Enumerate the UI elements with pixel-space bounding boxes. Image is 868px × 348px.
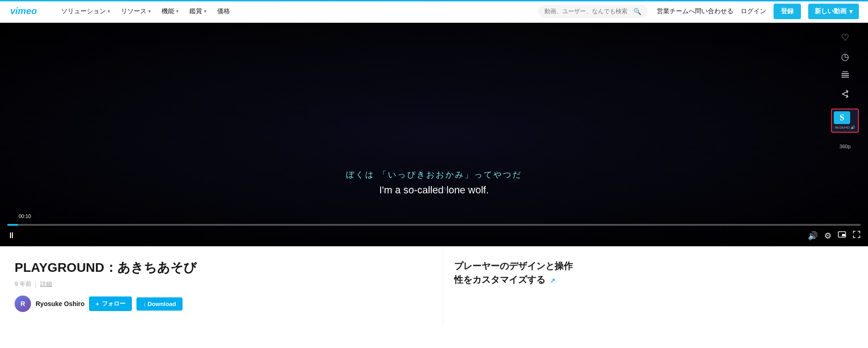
pause-button[interactable]: ⏸ <box>7 231 16 240</box>
subtitle-english: I'm a so-called lone wolf. <box>0 184 868 196</box>
chevron-down-icon: ▾ <box>849 8 852 15</box>
meta-separator: | <box>35 281 37 288</box>
follow-button[interactable]: + フォロー <box>89 296 132 311</box>
quality-360p-label: 360p <box>839 144 850 149</box>
follow-plus-icon: + <box>95 301 99 307</box>
video-age: 9 年前 <box>15 280 31 288</box>
register-button[interactable]: 登録 <box>774 4 801 19</box>
video-controls: 00:10 ⏸ 🔊 ⚙ <box>0 218 868 246</box>
quality-icon: S <box>834 111 850 124</box>
vimeo-logo[interactable]: vimeo <box>9 5 46 18</box>
svg-rect-1 <box>842 73 849 74</box>
progress-bar[interactable]: 00:10 <box>7 224 861 226</box>
progress-fill <box>7 224 18 226</box>
video-background <box>0 23 868 246</box>
like-icon[interactable]: ♡ <box>841 32 849 43</box>
video-title: PLAYGROUND：あきちあそび <box>15 259 428 276</box>
video-detail-link[interactable]: 詳細 <box>40 280 52 288</box>
share-icon[interactable] <box>841 90 849 100</box>
pip-button[interactable] <box>838 230 846 241</box>
nav-solutions[interactable]: ソリューション ▾ <box>57 5 115 18</box>
svg-rect-3 <box>842 77 849 78</box>
nav-watch[interactable]: 鑑賞 ▾ <box>185 5 211 18</box>
nav-features[interactable]: 機能 ▾ <box>157 5 183 18</box>
right-panel: プレーヤーのデザインと操作性をカスタマイズする ↗ <box>443 246 589 325</box>
video-info: PLAYGROUND：あきちあそび 9 年前 | 詳細 R Ryosuke Os… <box>0 246 443 325</box>
search-icon: 🔍 <box>633 8 641 15</box>
chevron-down-icon: ▾ <box>204 9 206 14</box>
below-video: PLAYGROUND：あきちあそび 9 年前 | 詳細 R Ryosuke Os… <box>0 246 868 325</box>
nav-resources[interactable]: リソース ▾ <box>116 5 155 18</box>
header: vimeo ソリューション ▾ リソース ▾ 機能 ▾ 鑑賞 ▾ 価格 🔍 営業… <box>0 0 868 23</box>
time-bubble: 00:10 <box>16 212 34 220</box>
chevron-down-icon: ▾ <box>108 9 110 14</box>
nav-pricing[interactable]: 価格 <box>213 5 235 18</box>
external-link-icon[interactable]: ↗ <box>550 277 555 284</box>
side-actions: ♡ ◷ S 4k/2k/HD 🔊 360p <box>831 32 859 149</box>
download-arrow-icon: ↓ <box>143 301 146 307</box>
header-actions: 営業チームへ問い合わせる ログイン 登録 新しい動画 ▾ <box>657 4 859 19</box>
search-container: 🔍 <box>538 5 648 18</box>
chevron-down-icon: ▾ <box>148 9 151 14</box>
contact-link[interactable]: 営業チームへ問い合わせる <box>657 7 733 16</box>
fullscreen-button[interactable] <box>852 230 861 241</box>
quality-selector[interactable]: S 4k/2k/HD 🔊 <box>831 109 859 133</box>
volume-button[interactable]: 🔊 <box>808 231 818 241</box>
svg-rect-2 <box>842 75 849 76</box>
new-video-button[interactable]: 新しい動画 ▾ <box>808 4 859 19</box>
svg-text:vimeo: vimeo <box>10 6 37 16</box>
author-row: R Ryosuke Oshiro + フォロー ↓ Download <box>15 296 428 312</box>
right-panel-text: プレーヤーのデザインと操作性をカスタマイズする ↗ <box>454 259 578 286</box>
quality-badge: 4k/2k/HD 🔊 <box>834 125 856 130</box>
top-progress-bar <box>0 0 868 1</box>
settings-button[interactable]: ⚙ <box>824 231 831 241</box>
video-meta: 9 年前 | 詳細 <box>15 280 428 288</box>
svg-rect-4 <box>842 71 848 72</box>
controls-row: ⏸ 🔊 ⚙ <box>7 230 861 241</box>
chevron-down-icon: ▾ <box>176 9 178 14</box>
subtitle-japanese: ぼくは 「いっぴきおおかみ」ってやつだ <box>0 169 868 180</box>
search-input[interactable] <box>544 8 630 15</box>
watchlater-icon[interactable]: ◷ <box>841 51 849 62</box>
main-nav: ソリューション ▾ リソース ▾ 機能 ▾ 鑑賞 ▾ 価格 <box>57 5 538 18</box>
download-button[interactable]: ↓ Download <box>136 297 183 311</box>
right-controls: 🔊 ⚙ <box>808 230 861 241</box>
collections-icon[interactable] <box>841 70 850 82</box>
author-avatar[interactable]: R <box>15 296 31 312</box>
svg-rect-6 <box>842 234 845 236</box>
video-player[interactable]: ぼくは 「いっぴきおおかみ」ってやつだ ふっとうやら きろさも いつでも I'm… <box>0 23 868 246</box>
author-name: Ryosuke Oshiro <box>36 300 84 307</box>
login-link[interactable]: ログイン <box>741 7 766 16</box>
